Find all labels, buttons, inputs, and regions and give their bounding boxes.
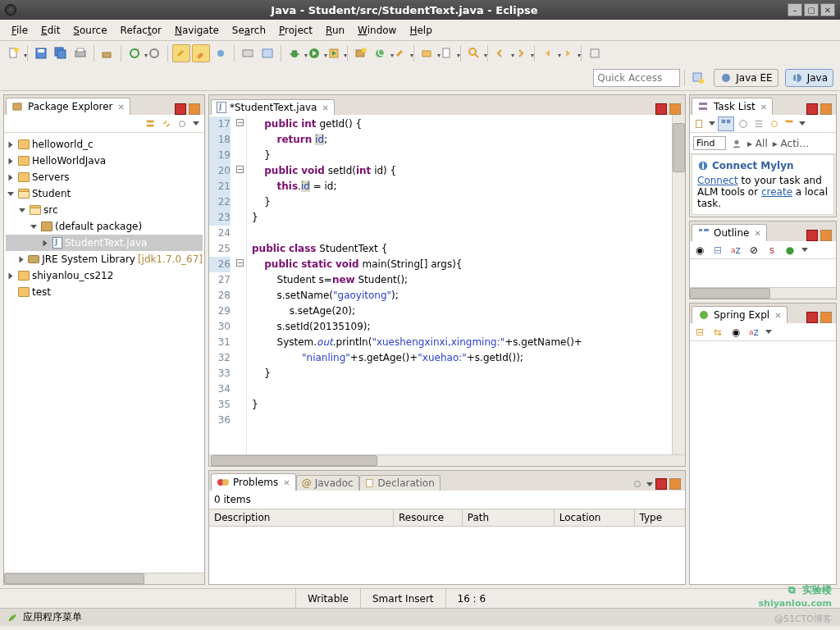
minimize-button[interactable]: – [788, 3, 802, 16]
menu-run[interactable]: Run [319, 22, 351, 39]
minimize-view-button[interactable] [806, 312, 818, 323]
new-package-button[interactable] [352, 44, 370, 62]
new-task-button[interactable] [693, 117, 706, 130]
menu-source[interactable]: Source [66, 22, 113, 39]
view-menu-icon[interactable] [193, 121, 199, 126]
maximize-view-button[interactable] [669, 103, 681, 115]
open-task-button[interactable]: ▾ [418, 44, 436, 62]
tree-item[interactable]: shiyanlou_cs212 [6, 267, 203, 284]
minimize-view-button[interactable] [175, 103, 186, 115]
maximize-view-button[interactable] [820, 312, 832, 323]
close-icon[interactable]: ✕ [774, 311, 781, 320]
synchronize-button[interactable] [768, 117, 781, 130]
back-button[interactable]: ▾ [539, 44, 557, 62]
toggle-mark-button[interactable] [172, 44, 190, 62]
view-menu-icon[interactable] [646, 482, 653, 486]
focus-button[interactable]: ◉ [693, 244, 706, 257]
close-icon[interactable]: ✕ [754, 229, 760, 238]
perspective-java[interactable]: JJava [785, 69, 833, 87]
search-button[interactable]: ▾ [465, 44, 483, 62]
declaration-tab[interactable]: Declaration [359, 475, 441, 491]
az-sort-button[interactable]: az [729, 244, 742, 257]
fold-gutter[interactable]: −−− [234, 115, 247, 454]
new-source-button[interactable]: ▾ [391, 44, 409, 62]
spring-explorer-tab[interactable]: Spring Expl✕ [692, 306, 788, 323]
menu-project[interactable]: Project [272, 22, 319, 39]
hide-static-button[interactable]: s [765, 244, 778, 257]
close-icon[interactable]: ✕ [118, 103, 125, 112]
tree-item[interactable]: HelloWorldJava [6, 153, 203, 169]
code-area[interactable]: public int getId() { return id; } public… [247, 115, 672, 454]
maximize-view-button[interactable] [820, 230, 832, 241]
new-wizard-button[interactable] [258, 44, 276, 62]
connect-link[interactable]: Connect [697, 175, 738, 186]
skip-breakpoints-button[interactable] [145, 44, 163, 62]
open-type-button[interactable] [98, 44, 116, 62]
view-menu-icon[interactable] [801, 248, 808, 252]
breakpoint-button[interactable] [212, 44, 230, 62]
menu-edit[interactable]: Edit [34, 22, 66, 39]
categorize-button[interactable] [718, 116, 734, 131]
open-perspective-button[interactable] [689, 69, 707, 87]
line-number-gutter[interactable]: 1718192021222324252627282930313233343536 [209, 115, 234, 454]
problems-table[interactable]: Description Resource Path Location Type [209, 509, 685, 527]
link-button[interactable]: ⇆ [711, 326, 724, 339]
tree-item[interactable]: Student [6, 185, 203, 202]
minimize-view-button[interactable] [655, 103, 667, 115]
debug-button[interactable]: ▾ [285, 44, 304, 62]
minimize-view-button[interactable] [806, 103, 818, 115]
schedule-button[interactable] [737, 117, 750, 130]
editor-horizontal-scrollbar[interactable] [209, 454, 685, 466]
maximize-button[interactable]: ▢ [804, 3, 819, 16]
package-explorer-tab[interactable]: Package Explorer ✕ [6, 98, 130, 115]
sort-button[interactable]: ⊟ [711, 244, 724, 257]
view-menu-icon[interactable] [765, 330, 772, 334]
new-class-button[interactable]: C▾ [372, 44, 390, 62]
open-resource-button[interactable]: ▾ [438, 44, 456, 62]
tree-item[interactable]: StudentText.java [6, 235, 203, 251]
filter-button[interactable]: ◉ [729, 326, 742, 339]
run-button[interactable]: ▾ [305, 44, 323, 62]
col-path[interactable]: Path [463, 509, 555, 526]
col-type[interactable]: Type [635, 509, 685, 526]
package-explorer-tree[interactable]: helloworld_c HelloWorldJava Servers Stud… [4, 133, 204, 573]
pin-editor-button[interactable] [586, 44, 604, 62]
maximize-view-button[interactable] [669, 478, 681, 490]
maximize-view-button[interactable] [189, 103, 200, 115]
forward-button[interactable]: ▾ [559, 44, 577, 62]
close-icon[interactable]: ✕ [760, 103, 767, 112]
menu-search[interactable]: Search [226, 22, 272, 39]
outline-tab[interactable]: Outline✕ [692, 224, 767, 241]
dropdown-icon[interactable] [709, 121, 715, 126]
menu-refactor[interactable]: Refactor [114, 22, 168, 39]
maximize-view-button[interactable] [820, 103, 832, 115]
highlighter-button[interactable] [192, 44, 210, 62]
focus-task-button[interactable] [631, 477, 644, 491]
col-resource[interactable]: Resource [394, 509, 463, 526]
app-menu-label[interactable]: 应用程序菜单 [23, 610, 82, 624]
create-link[interactable]: create [761, 186, 792, 198]
menu-window[interactable]: Window [351, 22, 403, 39]
col-location[interactable]: Location [555, 509, 635, 526]
horizontal-scrollbar[interactable] [4, 573, 204, 584]
task-list-tab[interactable]: Task List✕ [692, 98, 773, 115]
collapse-all-button[interactable] [144, 117, 158, 130]
run-last-button[interactable]: ▾ [325, 44, 343, 62]
menu-file[interactable]: File [5, 22, 34, 39]
close-button[interactable]: ✕ [820, 3, 835, 16]
close-icon[interactable]: ✕ [322, 103, 328, 112]
perspective-javaee[interactable]: Java EE [714, 69, 778, 87]
new-server-button[interactable] [239, 44, 257, 62]
view-menu-icon[interactable] [799, 121, 806, 126]
tree-item[interactable]: src [6, 202, 203, 218]
annotation-next-button[interactable]: ▾ [512, 44, 530, 62]
tree-item[interactable]: Servers [6, 169, 203, 185]
tree-item[interactable]: test [6, 284, 203, 300]
hide-fields-button[interactable]: ⊘ [747, 244, 760, 257]
save-all-button[interactable] [52, 44, 70, 62]
collapse-button[interactable]: ⊟ [693, 326, 706, 339]
menu-help[interactable]: Help [403, 22, 438, 39]
editor-tab[interactable]: *StudentText.java ✕ [211, 99, 335, 115]
tree-item[interactable]: helloworld_c [6, 136, 203, 153]
sort-spring-button[interactable]: az [747, 326, 760, 339]
